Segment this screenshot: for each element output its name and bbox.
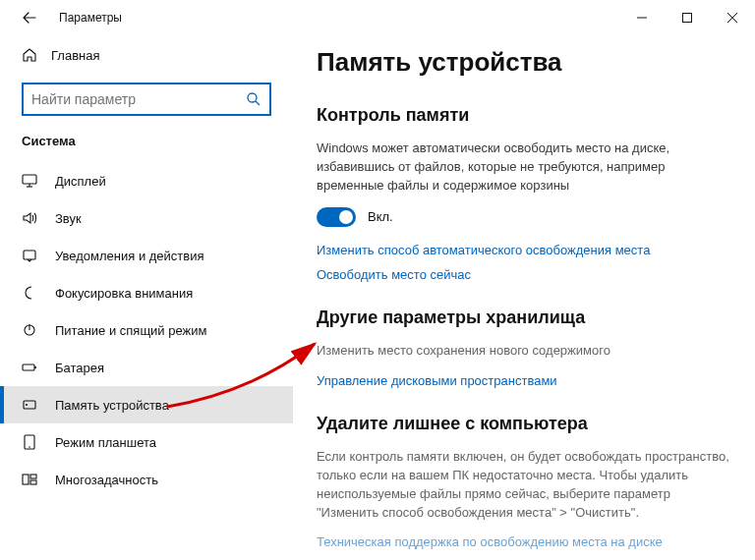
maximize-icon: [682, 13, 692, 23]
back-button[interactable]: [14, 2, 45, 33]
sidebar-item-storage[interactable]: Память устройства: [0, 386, 293, 423]
svg-rect-19: [30, 475, 36, 478]
toggle-state-label: Вкл.: [368, 209, 393, 224]
sidebar-item-label: Многозадачность: [55, 473, 271, 487]
svg-rect-20: [30, 480, 36, 484]
home-label: Главная: [51, 48, 99, 63]
moon-icon: [22, 285, 37, 301]
cleanup-description: Если контроль памяти включен, он будет о…: [317, 448, 729, 522]
free-space-now-link[interactable]: Освободить место сейчас: [317, 267, 731, 282]
close-button[interactable]: [710, 2, 755, 33]
sidebar-item-battery[interactable]: Батарея: [0, 349, 293, 386]
titlebar: Параметры: [0, 0, 755, 35]
svg-point-17: [29, 446, 30, 448]
home-link[interactable]: Главная: [0, 39, 293, 71]
other-storage-section: Другие параметры хранилища Изменить мест…: [317, 308, 731, 389]
sidebar-item-label: Дисплей: [55, 174, 271, 189]
svg-rect-14: [24, 401, 35, 409]
sidebar-item-multitask[interactable]: Многозадачность: [0, 461, 293, 498]
cleanup-heading: Удалите лишнее с компьютера: [317, 414, 731, 434]
svg-point-4: [248, 93, 257, 102]
sidebar-item-tablet[interactable]: Режим планшета: [0, 423, 293, 461]
cleanup-section: Удалите лишнее с компьютера Если контрол…: [317, 414, 731, 548]
manage-storage-spaces-link[interactable]: Управление дисковыми пространствами: [317, 373, 731, 388]
sidebar-item-sound[interactable]: Звук: [0, 199, 293, 237]
battery-icon: [22, 360, 37, 375]
storage-icon: [22, 397, 37, 413]
sidebar-item-monitor[interactable]: Дисплей: [0, 162, 293, 199]
minimize-button[interactable]: [619, 2, 665, 33]
page-title: Память устройства: [317, 47, 731, 78]
svg-rect-18: [23, 475, 29, 484]
minimize-icon: [637, 13, 647, 23]
sidebar-item-label: Фокусировка внимания: [55, 286, 271, 301]
sidebar-item-moon[interactable]: Фокусировка внимания: [0, 274, 293, 311]
storage-sense-toggle[interactable]: [317, 207, 356, 227]
sidebar-item-label: Уведомления и действия: [55, 249, 271, 263]
window-title: Параметры: [59, 11, 122, 25]
sidebar-section-title: Система: [0, 134, 293, 162]
svg-rect-1: [683, 14, 692, 23]
main-content: Память устройства Контроль памяти Window…: [293, 35, 755, 560]
svg-rect-12: [23, 364, 34, 370]
power-icon: [22, 322, 37, 338]
sidebar-item-power[interactable]: Питание и спящий режим: [0, 311, 293, 349]
arrow-left-icon: [23, 11, 36, 25]
storage-sense-section: Контроль памяти Windows может автоматиче…: [317, 105, 731, 282]
notification-icon: [22, 248, 37, 263]
storage-sense-description: Windows может автоматически освободить м…: [317, 140, 729, 196]
svg-rect-13: [34, 366, 36, 368]
maximize-button[interactable]: [665, 2, 710, 33]
tech-support-link[interactable]: Техническая поддержка по освобождению ме…: [317, 534, 731, 549]
sound-icon: [22, 210, 37, 226]
sidebar-item-label: Питание и спящий режим: [55, 323, 271, 338]
sidebar: Главная Система ДисплейЗвукУведомления и…: [0, 35, 293, 560]
svg-line-5: [256, 101, 260, 105]
change-save-location-link[interactable]: Изменить место сохранения нового содержи…: [317, 342, 729, 361]
tablet-icon: [22, 434, 37, 450]
other-storage-heading: Другие параметры хранилища: [317, 308, 731, 328]
svg-rect-9: [24, 251, 35, 259]
sidebar-item-label: Режим планшета: [55, 435, 271, 450]
monitor-icon: [22, 173, 37, 189]
sidebar-item-label: Батарея: [55, 361, 271, 375]
svg-point-15: [26, 404, 28, 406]
storage-sense-heading: Контроль памяти: [317, 105, 731, 126]
search-input[interactable]: [22, 83, 271, 116]
sidebar-item-label: Память устройства: [55, 398, 271, 413]
multitask-icon: [22, 472, 37, 487]
svg-rect-6: [23, 175, 36, 184]
search-field[interactable]: [31, 91, 246, 107]
configure-auto-free-link[interactable]: Изменить способ автоматического освобожд…: [317, 243, 731, 257]
sidebar-item-notification[interactable]: Уведомления и действия: [0, 237, 293, 274]
close-icon: [727, 13, 737, 23]
sidebar-item-label: Звук: [55, 211, 271, 226]
home-icon: [22, 47, 37, 63]
search-icon: [246, 91, 261, 107]
